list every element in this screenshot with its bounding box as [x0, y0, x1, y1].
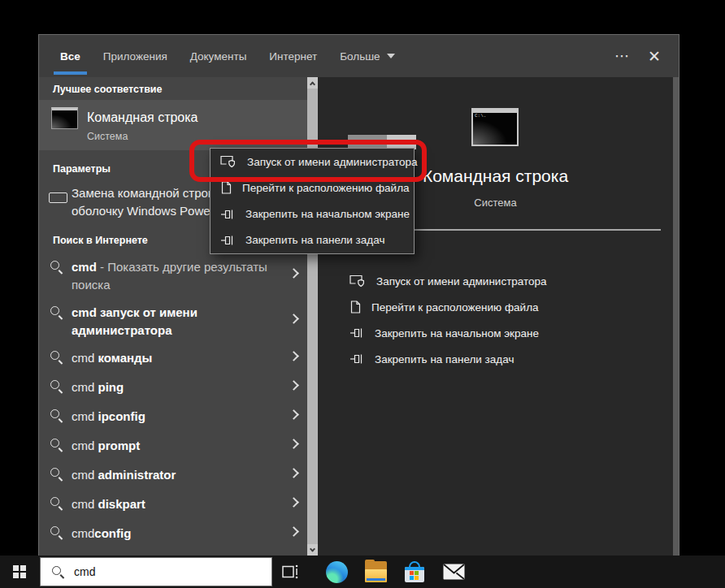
web-suggestion-cmd-ipconfig[interactable]: cmd ipconfig — [39, 401, 307, 430]
search-icon — [50, 496, 63, 510]
action-label: Закрепить на панели задач — [375, 353, 514, 365]
edge-browser-icon — [326, 561, 348, 583]
tab-apps-label: Приложения — [103, 50, 167, 63]
action-label: Закрепить на начальном экране — [375, 327, 539, 339]
taskbar-search-box[interactable]: cmd — [40, 557, 272, 586]
action-open-file-location[interactable]: Перейти к расположению файла — [349, 297, 539, 317]
tab-web[interactable]: Интернет — [267, 35, 319, 77]
search-icon — [50, 438, 63, 452]
more-options-button[interactable]: ⋯ — [606, 35, 638, 77]
tab-more-label: Больше — [340, 50, 380, 63]
chevron-right-icon[interactable] — [289, 526, 299, 537]
tab-all-label: Все — [60, 50, 80, 63]
action-run-as-admin[interactable]: Запуск от имени администратора — [349, 271, 547, 291]
action-label: Перейти к расположению файла — [371, 301, 539, 313]
mail-envelope-icon — [443, 564, 465, 580]
web-suggestion-cmd-administrator[interactable]: cmd administrator — [39, 460, 307, 489]
tab-apps[interactable]: Приложения — [102, 35, 169, 77]
search-icon — [51, 565, 65, 579]
web-suggestion-cmd-ping[interactable]: cmd ping — [39, 372, 307, 401]
chevron-down-icon — [387, 54, 395, 58]
menu-item-pin-to-taskbar[interactable]: Закрепить на панели задач — [211, 227, 414, 253]
panel-edge — [673, 77, 679, 556]
cmd-window-icon-large — [471, 108, 519, 146]
start-button[interactable] — [0, 556, 39, 588]
close-icon: ✕ — [648, 47, 661, 66]
suggestion-text: cmd prompt — [72, 437, 140, 455]
edge-button[interactable] — [317, 556, 356, 588]
suggestion-text: cmd ping — [72, 378, 124, 396]
menu-item-label: Перейти к расположению файла — [242, 182, 410, 194]
chevron-right-icon[interactable] — [289, 439, 299, 449]
tab-documents[interactable]: Документы — [189, 35, 249, 77]
task-view-button[interactable] — [272, 556, 308, 588]
tab-all[interactable]: Все — [59, 35, 82, 77]
chevron-right-icon[interactable] — [289, 380, 299, 391]
suggestion-query: cmd — [72, 260, 97, 274]
best-match-subtitle: Система — [87, 131, 128, 142]
pin-icon — [349, 327, 364, 339]
web-suggestion-cmd-run-admin[interactable]: cmd запуск от имени администратора — [39, 297, 307, 343]
chevron-down-icon — [310, 546, 315, 551]
windows-search-panel: Все Приложения Документы Интернет Больше… — [39, 35, 679, 556]
web-suggestion-cmdconfig[interactable]: cmdconfig — [39, 518, 307, 547]
chevron-right-icon[interactable] — [289, 351, 299, 361]
menu-item-label: Закрепить на панели задач — [245, 234, 384, 246]
action-pin-to-start[interactable]: Закрепить на начальном экране — [349, 323, 539, 343]
pin-icon — [220, 209, 235, 220]
microsoft-store-button[interactable] — [395, 556, 434, 588]
best-match-title: Командная строка — [87, 110, 198, 125]
search-icon — [50, 379, 63, 393]
suggestion-hint: - Показать другие результаты — [97, 260, 267, 274]
web-suggestion-cmd-diskpart[interactable]: cmd diskpart — [39, 489, 307, 518]
close-button[interactable]: ✕ — [638, 35, 671, 77]
chevron-right-icon[interactable] — [289, 497, 299, 508]
mail-button[interactable] — [434, 556, 473, 588]
action-pin-to-taskbar[interactable]: Закрепить на панели задач — [349, 349, 514, 369]
chevron-right-icon[interactable] — [289, 409, 299, 420]
display-icon — [49, 192, 67, 203]
file-location-icon — [349, 300, 361, 313]
taskbar-search-value: cmd — [74, 565, 95, 578]
taskbar: cmd — [0, 556, 725, 588]
search-icon — [50, 525, 63, 539]
search-tab-bar: Все Приложения Документы Интернет Больше… — [39, 35, 679, 77]
suggestion-query: cmd запуск от имени — [72, 305, 198, 319]
section-header-best-match: Лучшее соответствие — [53, 84, 162, 95]
web-suggestion-cmd-prompt[interactable]: cmd prompt — [39, 430, 307, 460]
chevron-up-icon — [310, 81, 315, 87]
task-view-icon — [281, 564, 299, 580]
tab-documents-label: Документы — [190, 50, 247, 63]
pin-icon — [220, 235, 235, 246]
chevron-right-icon[interactable] — [289, 268, 299, 279]
suggestion-text: cmd запуск от имени администратора — [72, 304, 198, 339]
cmd-window-icon — [51, 107, 78, 129]
suggestion-text: cmd diskpart — [72, 495, 145, 513]
chevron-right-icon[interactable] — [289, 468, 299, 478]
suggestion-text: cmdconfig — [72, 525, 131, 543]
menu-item-label: Закрепить на начальном экране — [245, 208, 410, 220]
tab-more[interactable]: Больше — [338, 35, 396, 77]
action-label: Запуск от имени администратора — [376, 275, 547, 288]
pin-icon — [349, 353, 364, 365]
search-icon — [50, 409, 63, 422]
search-icon — [50, 305, 63, 319]
file-location-icon — [220, 181, 232, 194]
suggestion-text: cmd ipconfig — [72, 408, 145, 426]
web-suggestion-cmd-komandy[interactable]: cmd команды — [39, 343, 307, 372]
scroll-down-button[interactable] — [307, 544, 318, 556]
web-suggestion-cmd[interactable]: cmd - Показать другие результаты поиска — [39, 252, 307, 297]
menu-item-pin-to-start[interactable]: Закрепить на начальном экране — [211, 201, 414, 227]
search-icon — [50, 467, 63, 481]
annotation-highlight — [189, 140, 427, 182]
section-header-web-search: Поиск в Интернете — [53, 235, 148, 246]
shield-window-icon — [349, 275, 366, 288]
suggestion-query-line2: администратора — [72, 323, 171, 337]
search-icon — [50, 260, 63, 274]
desktop: Все Приложения Документы Интернет Больше… — [0, 0, 725, 588]
tab-web-label: Интернет — [269, 50, 317, 63]
scroll-up-button[interactable] — [307, 77, 318, 89]
windows-logo-icon — [13, 565, 26, 578]
chevron-right-icon[interactable] — [289, 313, 299, 324]
file-explorer-button[interactable] — [356, 556, 395, 588]
